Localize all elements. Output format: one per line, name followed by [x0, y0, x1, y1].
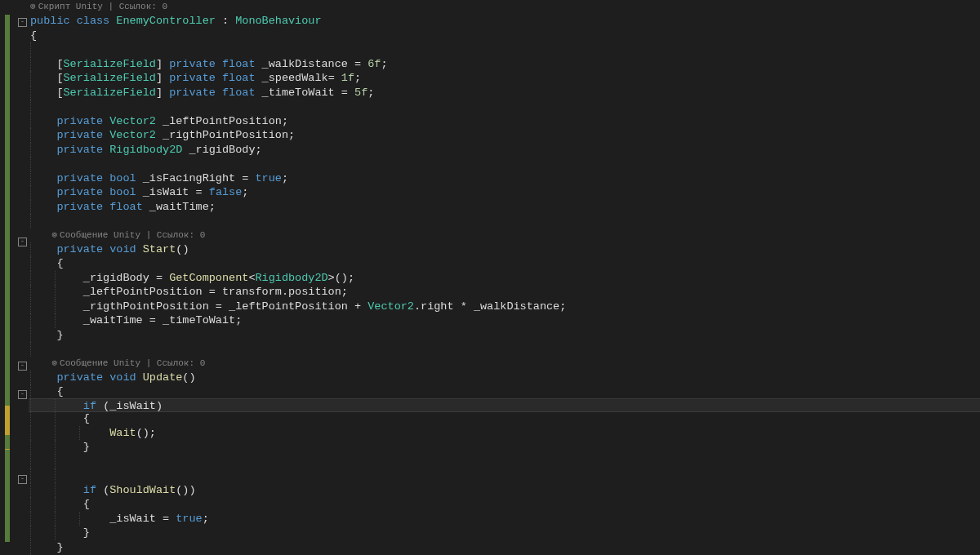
code-line[interactable]: {: [29, 256, 980, 271]
code-line[interactable]: private bool _isFacingRight = true;: [29, 171, 980, 186]
codelens-method[interactable]: ⊚Сообщение Unity | Ссылок: 0: [29, 357, 980, 371]
code-line[interactable]: if (ShouldWait()): [29, 483, 980, 498]
code-line[interactable]: {: [29, 411, 980, 426]
unity-icon: ⊚: [30, 2, 36, 11]
fold-icon[interactable]: -: [18, 390, 27, 399]
code-line[interactable]: [29, 214, 980, 229]
code-line[interactable]: _waitTime = _timeToWait;: [29, 313, 980, 328]
code-editor[interactable]: - - - - - ⊚Скрипт Unity | Ссылок: 0 publ…: [0, 0, 980, 555]
code-line[interactable]: Wait();: [29, 426, 980, 441]
code-line[interactable]: _rigidBody = GetComponent<Rigidbody2D>()…: [29, 271, 980, 286]
unity-icon: ⊚: [51, 358, 57, 368]
unity-icon: ⊚: [51, 230, 57, 240]
code-line-current[interactable]: if (_isWait): [29, 398, 980, 413]
gutter: - - - - -: [0, 0, 29, 555]
code-line[interactable]: }: [29, 526, 980, 540]
codelens-method[interactable]: ⊚Сообщение Unity | Ссылок: 0: [29, 229, 980, 242]
fold-icon[interactable]: -: [18, 238, 27, 246]
fold-icon[interactable]: -: [18, 362, 27, 371]
code-line[interactable]: {: [29, 497, 980, 512]
code-line[interactable]: private void Start(): [29, 242, 980, 257]
code-line[interactable]: }: [29, 540, 980, 555]
code-line[interactable]: {: [29, 29, 980, 43]
code-line[interactable]: {: [29, 384, 980, 399]
code-line[interactable]: [29, 100, 980, 114]
code-line[interactable]: private Vector2 _leftPointPosition;: [29, 114, 980, 129]
code-line[interactable]: _isWait = true;: [29, 512, 980, 526]
code-line[interactable]: [SerializeField] private float _speedWal…: [29, 71, 980, 86]
code-line[interactable]: [29, 455, 980, 469]
code-line[interactable]: [29, 42, 980, 57]
codelens-class[interactable]: ⊚Скрипт Unity | Ссылок: 0: [29, 0, 980, 14]
code-line[interactable]: private float _waitTime;: [29, 200, 980, 215]
code-line[interactable]: public class EnemyController : MonoBehav…: [29, 14, 980, 29]
code-line[interactable]: private Rigidbody2D _rigidBody;: [29, 143, 980, 158]
fold-icon[interactable]: -: [18, 475, 27, 484]
code-line[interactable]: [SerializeField] private float _walkDist…: [29, 57, 980, 72]
code-line[interactable]: [SerializeField] private float _timeToWa…: [29, 86, 980, 100]
code-line[interactable]: [29, 157, 980, 171]
code-line[interactable]: private void Update(): [29, 371, 980, 385]
code-line[interactable]: [29, 468, 980, 483]
code-line[interactable]: private bool _isWait = false;: [29, 185, 980, 200]
code-line[interactable]: }: [29, 440, 980, 455]
code-line[interactable]: _rigthPointPosition = _leftPointPosition…: [29, 300, 980, 314]
code-line[interactable]: }: [29, 328, 980, 343]
code-line[interactable]: _leftPointPosition = transform.position;: [29, 285, 980, 300]
code-line[interactable]: [29, 342, 980, 357]
code-line[interactable]: private Vector2 _rigthPointPosition;: [29, 128, 980, 143]
fold-icon[interactable]: -: [18, 18, 27, 27]
